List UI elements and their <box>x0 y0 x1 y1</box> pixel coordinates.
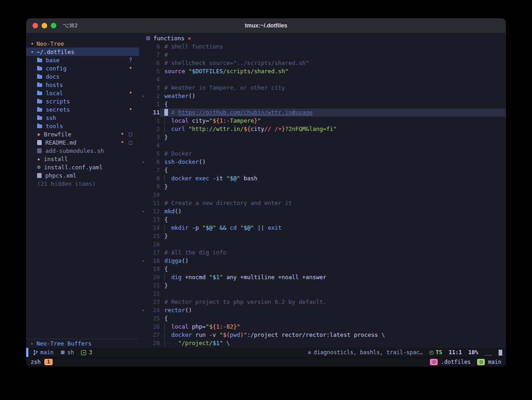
line-number: 28 <box>147 339 160 347</box>
code-line-10[interactable]: 10 <box>140 191 506 199</box>
tree-item-config[interactable]: config• <box>26 64 139 72</box>
fold-column <box>140 150 147 158</box>
code-token: " <box>212 224 216 231</box>
tree-item-README.md[interactable]: README.md•□ <box>26 138 139 146</box>
tmux-window-name[interactable]: zsh <box>31 359 41 365</box>
tree-item-ssh[interactable]: ssh <box>26 114 139 122</box>
code-line-8[interactable]: 8# shell functions <box>140 43 506 51</box>
code-line-4[interactable]: 4 <box>140 76 506 84</box>
code-line-26[interactable]: 26▏ local php="${1:-82}" <box>140 323 506 331</box>
code-line-24[interactable]: ▾24rector() <box>140 306 506 314</box>
tmux-window-index-badge[interactable]: 1 <box>44 359 53 365</box>
code-line-8[interactable]: 8▏ docker exec -it "$@" bash <box>140 174 506 183</box>
code-line-6[interactable]: ▾6ssh-docker() <box>140 158 506 166</box>
fold-column <box>140 108 147 117</box>
folder-icon <box>37 116 42 120</box>
close-buffer-icon[interactable]: × <box>188 35 191 42</box>
url-link[interactable]: https://github.com/chubin/wttr.in#usage <box>178 109 313 116</box>
neotree-buffers-section[interactable]: ▸ Neo-Tree Buffers <box>26 339 139 348</box>
code-line-2[interactable]: ▾2weather() <box>140 92 506 100</box>
code-token: " <box>206 323 209 330</box>
tree-item-Brewfile[interactable]: ◆Brewfile•□ <box>26 130 139 138</box>
fold-column <box>140 183 147 191</box>
code-token: $1 <box>212 274 219 281</box>
code-line-4[interactable]: 4 <box>140 141 506 150</box>
code-token: -it <box>209 175 227 182</box>
line-text: ▏ curl "http://wttr.in/${city// /+}?2nFQ… <box>160 125 506 133</box>
code-token: \ <box>227 340 230 346</box>
code-line-7[interactable]: 7{ <box>140 166 506 174</box>
code-line-12[interactable]: ▾12mkd() <box>140 207 506 216</box>
code-line-25[interactable]: 25{ <box>140 314 506 323</box>
tree-item-phpcs.xml[interactable]: phpcs.xml <box>26 171 139 179</box>
tree-item-install.conf.yaml[interactable]: ⚙install.conf.yaml <box>26 163 139 171</box>
fold-marker-icon[interactable]: ▾ <box>140 92 147 100</box>
line-text: ▏ docker run -v "$(pwd)":/project rector… <box>160 331 506 339</box>
tree-item-base[interactable]: base? <box>26 56 139 64</box>
fold-marker-icon[interactable]: ▾ <box>140 257 147 265</box>
fold-marker-icon[interactable]: ▾ <box>140 306 147 314</box>
tree-item-docs[interactable]: docs <box>26 72 139 81</box>
code-line-15[interactable]: 15} <box>140 232 506 240</box>
code-token: /scripts/shared.sh" <box>223 68 288 75</box>
line-text: { <box>160 166 506 174</box>
buffer-tab-label[interactable]: functions <box>153 35 185 42</box>
code-token: rector <box>164 307 185 314</box>
code-line-5[interactable]: 5source "$DOTFILES/scripts/shared.sh" <box>140 67 506 76</box>
code-line-11[interactable]: 11 # https://github.com/chubin/wttr.in#u… <box>140 108 506 117</box>
line-number: 10 <box>147 191 160 199</box>
tree-item-scripts[interactable]: scripts <box>26 97 139 105</box>
fold-marker-icon[interactable]: ▾ <box>140 158 147 166</box>
git-branch-segment: main <box>33 349 54 356</box>
code-line-6[interactable]: 6# shellcheck source="../scripts/shared.… <box>140 59 506 67</box>
code-line-11[interactable]: 11# Create a new directory and enter it <box>140 199 506 207</box>
line-text: ▏ mkdir -p "$@" && cd "$@" || exit <box>160 224 506 232</box>
tree-item-label: docs <box>46 73 60 80</box>
code-line-1[interactable]: 1▏ local city="${1:-Tampere}" <box>140 117 506 125</box>
code-line-7[interactable]: 7# <box>140 51 506 59</box>
window-titlebar[interactable]: ⌥⌘2 tmux:~/.dotfiles <box>26 18 506 33</box>
readme-icon <box>37 140 42 145</box>
tree-item-install[interactable]: ★install <box>26 155 139 163</box>
code-line-3[interactable]: 3} <box>140 133 506 141</box>
folder-icon <box>37 100 42 103</box>
code-line-17[interactable]: 17# All the dig info <box>140 249 506 257</box>
code-line-14[interactable]: 14▏ mkdir -p "$@" && cd "$@" || exit <box>140 224 506 232</box>
tree-item-secrets[interactable]: secrets• <box>26 105 139 114</box>
code-token: weather <box>164 92 189 99</box>
code-token: ssh-docker <box>164 158 199 165</box>
tree-item-hosts[interactable]: hosts <box>26 81 139 89</box>
neotree-sidebar: ▾ Neo-Tree ▾ ~/.dotfiles base?config•doc… <box>26 33 140 348</box>
code-buffer[interactable]: 8# shell functions7#6# shellcheck source… <box>140 43 506 348</box>
code-token: { <box>164 315 168 322</box>
fold-marker-icon[interactable]: ▾ <box>140 207 147 216</box>
code-line-16[interactable]: 16 <box>140 240 506 249</box>
code-line-27[interactable]: 27▏ docker run -v "$(pwd)":/project rect… <box>140 331 506 339</box>
code-line-5[interactable]: 5# Docker <box>140 150 506 158</box>
tree-root-item[interactable]: ▾ ~/.dotfiles <box>26 48 139 56</box>
code-line-23[interactable]: 23# Rector project to php version 8.2 by… <box>140 298 506 306</box>
line-text: mkd() <box>160 207 506 216</box>
code-token: city <box>250 125 264 132</box>
line-text: # https://github.com/chubin/wttr.in#usag… <box>160 108 506 117</box>
code-line-22[interactable]: 22 <box>140 290 506 298</box>
editor-pane: functions × 8# shell functions7#6# shell… <box>140 33 506 348</box>
tree-item-tools[interactable]: tools <box>26 122 139 130</box>
tree-item-add-submodules.sh[interactable]: add-submodules.sh <box>26 146 139 155</box>
code-token: || <box>257 224 264 231</box>
code-line-9[interactable]: 9} <box>140 183 506 191</box>
code-line-1[interactable]: 1{ <box>140 100 506 108</box>
code-line-2[interactable]: 2▏ curl "http://wttr.in/${city// /+}?2nF… <box>140 125 506 133</box>
code-token: local <box>171 323 189 330</box>
code-line-13[interactable]: 13{ <box>140 216 506 224</box>
statusline-left: main sh 3 <box>33 349 92 356</box>
code-line-21[interactable]: 21} <box>140 281 506 290</box>
code-line-3[interactable]: 3# Weather in Tampere, or other city <box>140 84 506 92</box>
code-line-20[interactable]: 20▏ dig +nocmd "$1" any +multiline +noal… <box>140 273 506 281</box>
code-line-18[interactable]: ▾18digga() <box>140 257 506 265</box>
code-line-28[interactable]: 28▏ "/project/$1" \ <box>140 339 506 347</box>
code-line-19[interactable]: 19{ <box>140 265 506 273</box>
code-token: } <box>164 134 168 141</box>
tree-item-local[interactable]: local• <box>26 89 139 97</box>
neotree-header[interactable]: ▾ Neo-Tree <box>26 39 139 48</box>
